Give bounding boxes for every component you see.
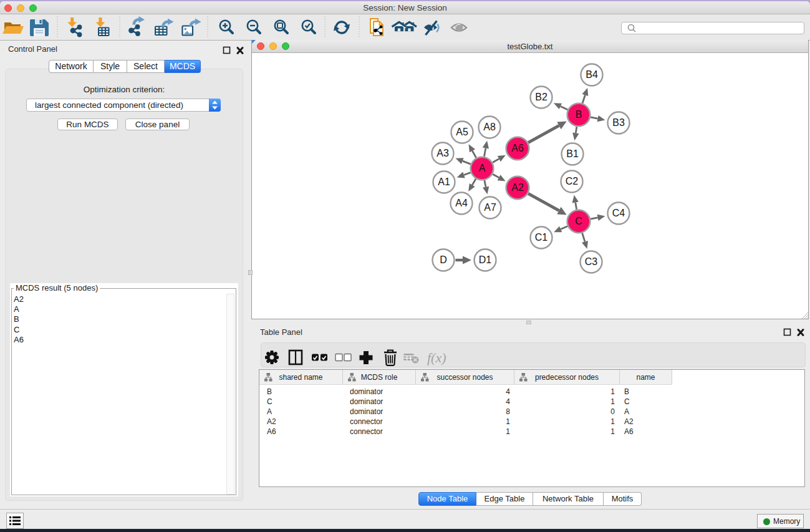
svg-text:A7: A7 [484, 202, 496, 213]
svg-text:C2: C2 [566, 176, 579, 186]
svg-text:A: A [479, 163, 486, 173]
svg-text:A2: A2 [511, 182, 524, 193]
svg-text:B2: B2 [535, 92, 547, 102]
svg-text:D: D [440, 254, 447, 265]
svg-text:B1: B1 [566, 148, 579, 159]
svg-text:C1: C1 [535, 232, 548, 243]
svg-text:f(x): f(x) [427, 350, 446, 365]
svg-text:C4: C4 [612, 208, 625, 218]
svg-text:A5: A5 [456, 127, 468, 137]
svg-text:B: B [576, 109, 582, 120]
svg-text:A6: A6 [511, 143, 524, 153]
svg-text:A4: A4 [455, 198, 468, 208]
svg-text:A1: A1 [438, 177, 450, 187]
svg-text:B4: B4 [586, 69, 598, 80]
svg-text:D1: D1 [479, 254, 492, 265]
svg-text:A8: A8 [483, 122, 496, 132]
svg-text:A3: A3 [436, 148, 449, 158]
svg-text:B3: B3 [612, 117, 625, 128]
svg-text:C: C [575, 216, 582, 226]
svg-text:C3: C3 [585, 256, 598, 267]
